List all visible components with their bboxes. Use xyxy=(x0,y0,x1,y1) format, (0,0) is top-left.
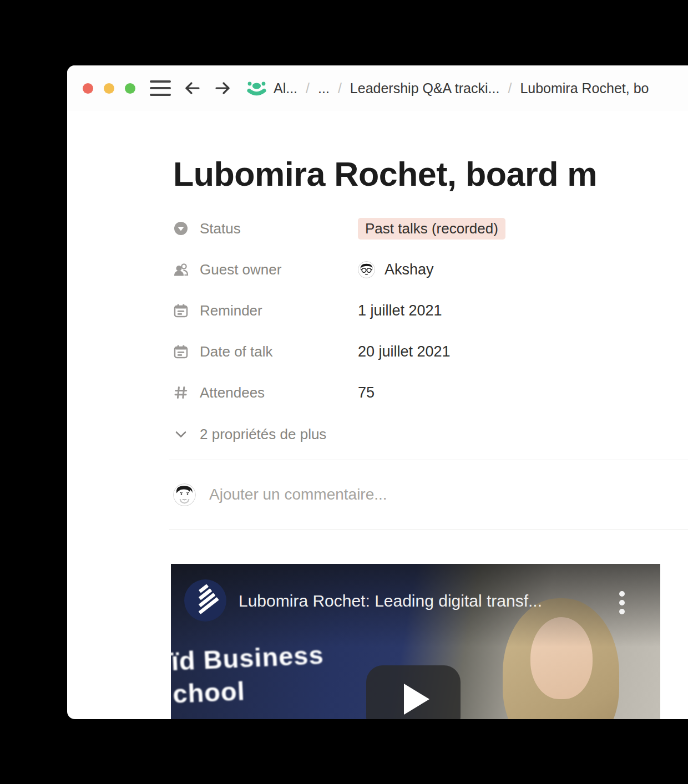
property-label-date-of-talk[interactable]: Date of talk xyxy=(173,343,358,360)
sidebar-menu-icon[interactable] xyxy=(150,80,171,96)
property-row-attendees: Attendees 75 xyxy=(173,372,688,413)
breadcrumb-separator: / xyxy=(338,80,342,96)
chevron-down-icon xyxy=(173,426,189,442)
close-window-button[interactable] xyxy=(83,83,93,94)
calendar-icon xyxy=(173,303,189,318)
video-title[interactable]: Lubomira Rochet: Leading digital transf.… xyxy=(239,592,542,610)
forward-arrow-icon[interactable] xyxy=(213,78,233,98)
current-user-avatar xyxy=(173,483,196,506)
people-icon xyxy=(173,262,189,277)
title-bar: Al... / ... / Leadership Q&A tracki... /… xyxy=(67,65,688,111)
comment-composer[interactable]: Ajouter un commentaire... xyxy=(173,460,688,529)
breadcrumb-item-database[interactable]: Leadership Q&A tracki... xyxy=(350,80,500,96)
property-value-attendees[interactable]: 75 xyxy=(358,384,375,401)
property-name: Attendees xyxy=(200,384,265,401)
video-more-options-icon[interactable] xyxy=(619,591,625,614)
property-value-status[interactable]: Past talks (recorded) xyxy=(358,218,505,240)
minimize-window-button[interactable] xyxy=(104,83,114,94)
property-name: Reminder xyxy=(200,302,262,319)
video-play-button[interactable] xyxy=(366,665,461,719)
section-divider xyxy=(169,529,688,530)
back-arrow-icon[interactable] xyxy=(182,78,202,98)
date-value: 1 juillet 2021 xyxy=(358,302,442,319)
backdrop-banner-text: ïd Businesschool xyxy=(171,638,326,710)
breadcrumb-separator: / xyxy=(508,80,512,96)
more-properties-label: 2 propriétés de plus xyxy=(200,426,326,443)
youtube-video-embed[interactable]: ïd Businesschool Lubomira Rochet: Leadin… xyxy=(171,564,660,719)
property-name: Guest owner xyxy=(200,261,281,278)
property-row-reminder: Reminder 1 juillet 2021 xyxy=(173,290,688,331)
app-window: Al... / ... / Leadership Q&A tracki... /… xyxy=(67,65,688,719)
property-value-guest-owner[interactable]: Akshay xyxy=(358,261,434,278)
breadcrumb-item-current-page[interactable]: Lubomira Rochet, bo xyxy=(520,80,649,96)
breadcrumb-item-workspace[interactable]: Al... xyxy=(274,80,297,96)
screenshot-stage: Al... / ... / Leadership Q&A tracki... /… xyxy=(0,0,688,784)
akshay-avatar xyxy=(358,261,375,278)
more-properties-toggle[interactable]: 2 propriétés de plus xyxy=(173,413,688,455)
workspace-logo-icon xyxy=(246,80,267,96)
traffic-lights xyxy=(83,83,135,94)
said-business-school-logo-icon xyxy=(184,579,226,622)
property-label-guest-owner[interactable]: Guest owner xyxy=(173,261,358,278)
breadcrumb-item-ellipsis[interactable]: ... xyxy=(318,80,330,96)
status-tag[interactable]: Past talks (recorded) xyxy=(358,218,505,240)
breadcrumb-separator: / xyxy=(306,80,310,96)
comment-input-placeholder[interactable]: Ajouter un commentaire... xyxy=(209,486,387,503)
zoom-window-button[interactable] xyxy=(125,83,135,94)
property-value-date-of-talk[interactable]: 20 juillet 2021 xyxy=(358,343,451,360)
calendar-icon xyxy=(173,344,189,359)
hash-icon xyxy=(173,385,189,400)
select-icon xyxy=(173,221,189,236)
property-value-reminder[interactable]: 1 juillet 2021 xyxy=(358,302,442,319)
date-value: 20 juillet 2021 xyxy=(358,343,451,360)
number-value: 75 xyxy=(358,384,375,401)
property-label-attendees[interactable]: Attendees xyxy=(173,384,358,401)
properties-list: Status Past talks (recorded) xyxy=(173,208,688,455)
person-name: Akshay xyxy=(385,261,434,278)
property-name: Status xyxy=(200,220,241,237)
property-row-guest-owner: Guest owner xyxy=(173,249,688,290)
breadcrumb: Al... / ... / Leadership Q&A tracki... /… xyxy=(246,80,649,96)
page-body: Lubomira Rochet, board m Status xyxy=(67,154,688,719)
property-row-status: Status Past talks (recorded) xyxy=(173,208,688,249)
property-row-date-of-talk: Date of talk 20 juillet 2021 xyxy=(173,331,688,372)
property-label-reminder[interactable]: Reminder xyxy=(173,302,358,319)
play-triangle-icon xyxy=(404,684,429,715)
property-name: Date of talk xyxy=(200,343,273,360)
property-label-status[interactable]: Status xyxy=(173,220,358,237)
page-title[interactable]: Lubomira Rochet, board m xyxy=(173,154,688,194)
